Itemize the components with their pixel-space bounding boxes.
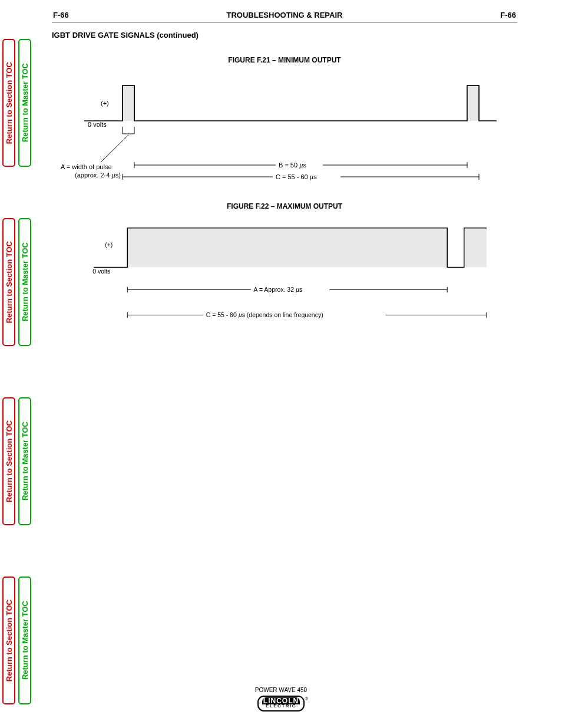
master-toc-tab[interactable]: Return to Master TOC	[18, 39, 31, 167]
section-toc-tab[interactable]: Return to Section TOC	[2, 39, 15, 167]
c-label: C = 55 - 60 µs (depends on line frequenc…	[206, 312, 323, 318]
page-header-title: TROUBLESHOOTING & REPAIR	[227, 11, 343, 19]
master-toc-label: Return to Master TOC	[21, 421, 29, 500]
page-footer: POWER WAVE 450 LINCOLN ® ELECTRIC	[0, 687, 562, 711]
figure-caption-1: FIGURE F.21 – MINIMUM OUTPUT	[52, 56, 517, 64]
section-toc-label: Return to Section TOC	[5, 599, 14, 681]
section-title: IGBT DRIVE GATE SIGNALS (continued)	[52, 31, 517, 39]
a-label: A = Approx. 32 µs	[254, 286, 303, 293]
a-desc-line1: A = width of pulse	[61, 163, 112, 170]
section-toc-label: Return to Section TOC	[5, 241, 14, 323]
page-header: F-66 TROUBLESHOOTING & REPAIR F-66	[52, 11, 517, 22]
footer-model: POWER WAVE 450	[0, 687, 562, 693]
svg-rect-0	[123, 85, 134, 121]
registered-mark: ®	[305, 697, 308, 701]
lincoln-logo: LINCOLN ® ELECTRIC	[257, 696, 305, 711]
c-label: C = 55 - 60 µs	[276, 173, 317, 180]
page-content: F-66 TROUBLESHOOTING & REPAIR F-66 IGBT …	[52, 11, 517, 332]
section-toc-tab[interactable]: Return to Section TOC	[2, 397, 15, 525]
master-toc-tab[interactable]: Return to Master TOC	[18, 218, 31, 346]
master-toc-label: Return to Master TOC	[21, 601, 29, 680]
plus-label: (+)	[101, 100, 109, 107]
svg-rect-15	[464, 228, 487, 268]
page-number-left: F-66	[53, 11, 69, 19]
section-toc-tab[interactable]: Return to Section TOC	[2, 218, 15, 346]
plus-label: (+)	[105, 242, 113, 248]
page-number-right: F-66	[500, 11, 516, 19]
figure-caption-2: FIGURE F.22 – MAXIMUM OUTPUT	[52, 202, 517, 210]
master-toc-tab[interactable]: Return to Master TOC	[18, 577, 31, 704]
section-toc-label: Return to Section TOC	[5, 62, 14, 144]
master-toc-tab[interactable]: Return to Master TOC	[18, 397, 31, 525]
figure-2-diagram: (+) 0 volts A = Approx. 32 µs C = 55 - 6…	[61, 214, 508, 332]
section-toc-tab[interactable]: Return to Section TOC	[2, 577, 15, 704]
b-label: B = 50 µs	[279, 162, 307, 169]
svg-rect-1	[467, 85, 479, 121]
figure-1-diagram: (+) 0 volts A = width of pulse (approx. …	[61, 68, 508, 186]
logo-bot: ELECTRIC	[262, 704, 300, 709]
section-toc-label: Return to Section TOC	[5, 420, 14, 502]
header-rule	[52, 22, 517, 22]
a-desc-line2: (approx. 2-4 µs)	[75, 172, 121, 179]
master-toc-label: Return to Master TOC	[21, 242, 29, 321]
zero-label: 0 volts	[88, 121, 107, 128]
svg-rect-14	[127, 228, 447, 268]
svg-line-5	[101, 135, 128, 162]
master-toc-label: Return to Master TOC	[21, 63, 29, 142]
zero-label: 0 volts	[92, 268, 110, 275]
